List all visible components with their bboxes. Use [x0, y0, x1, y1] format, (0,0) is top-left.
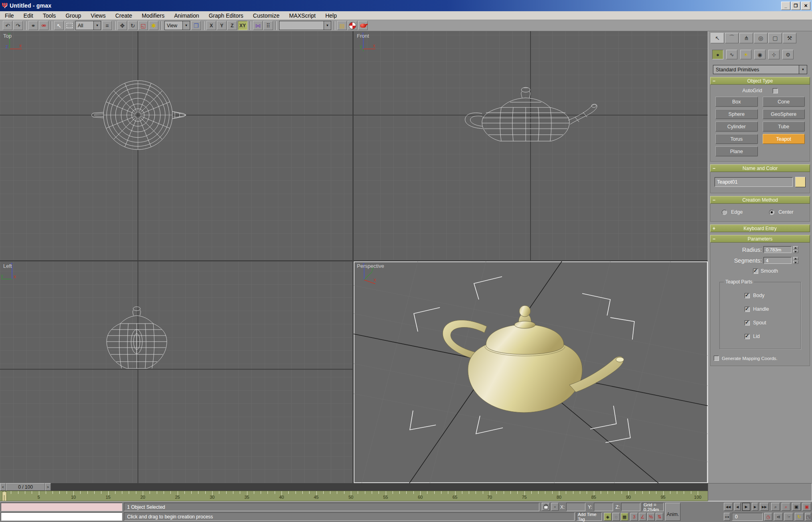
add-time-tag[interactable]: Add Time Tag — [576, 512, 602, 521]
category-systems[interactable]: ⚙ — [782, 50, 794, 59]
title-bar[interactable]: Ψ Untitled - gmax _ ❐ ✕ — [0, 0, 812, 11]
track-ruler[interactable]: 5101520253035404550556065707580859095100 — [0, 491, 708, 501]
array-button[interactable]: ⠿ — [263, 21, 273, 30]
selection-filter-dropdown[interactable]: All ▼ — [75, 21, 101, 30]
minmax-toggle-button[interactable]: ◳ — [805, 513, 811, 521]
viewport-label-perspective[interactable]: Perspective — [357, 263, 384, 269]
category-shapes[interactable]: ∿ — [726, 50, 737, 59]
tab-hierarchy[interactable]: ⋔ — [739, 33, 753, 43]
angle-snap-toggle[interactable]: ∠ — [639, 513, 646, 521]
viewport-label-top[interactable]: Top — [3, 33, 12, 39]
time-slider-right-arrow[interactable]: > — [45, 483, 51, 491]
segments-input[interactable]: 4 — [763, 257, 792, 264]
tab-motion[interactable]: ◎ — [754, 33, 767, 43]
snap-toggle-button[interactable]: ◈ — [604, 513, 612, 521]
select-and-rotate-button[interactable]: ↻ — [128, 21, 138, 30]
rollout-header-keyboard-entry[interactable]: + Keyboard Entry — [710, 225, 810, 232]
select-and-manipulate-button[interactable]: ✱ — [149, 21, 158, 30]
snap-3d-toggle[interactable]: 3 — [630, 513, 638, 521]
menu-customize[interactable]: Customize — [248, 11, 284, 20]
minimize-button[interactable]: _ — [781, 2, 790, 10]
tab-display[interactable]: ▢ — [768, 33, 782, 43]
category-lights[interactable]: ☀ — [740, 50, 751, 59]
time-position-marker[interactable] — [2, 492, 7, 501]
teapot-button[interactable]: Teapot — [763, 134, 805, 144]
goto-start-button[interactable]: ◀◀ — [724, 503, 733, 511]
zoom-extents-all-button[interactable]: ▣ — [802, 503, 811, 511]
unlink-selection-button[interactable]: ⚮ — [39, 21, 49, 30]
object-color-swatch[interactable] — [795, 177, 806, 187]
rectangular-selection-button[interactable] — [65, 21, 74, 30]
primitive-category-dropdown[interactable]: Standard Primitives ▼ — [713, 65, 807, 74]
viewport-label-left[interactable]: Left — [3, 263, 12, 269]
close-button[interactable]: ✕ — [801, 2, 810, 10]
render-button[interactable] — [358, 21, 368, 30]
plane-button[interactable]: Plane — [715, 146, 758, 156]
segments-spinner[interactable] — [793, 257, 798, 264]
generate-mapping-coords-checkbox[interactable] — [714, 356, 719, 361]
use-pivot-center-button[interactable]: ❒ — [191, 21, 201, 30]
viewport-top[interactable]: Top y x z — [0, 31, 352, 260]
tab-utilities[interactable]: ⚒ — [783, 33, 796, 43]
select-and-move-button[interactable]: ✥ — [117, 21, 127, 30]
menu-group[interactable]: Group — [61, 11, 86, 20]
track-view-button[interactable]: ▤ — [337, 21, 347, 30]
lid-checkbox[interactable] — [745, 334, 750, 339]
menu-tools[interactable]: Tools — [38, 11, 61, 20]
pan-button[interactable]: ☞ — [784, 513, 793, 521]
select-object-button[interactable]: ↖ — [54, 21, 64, 30]
menu-views[interactable]: Views — [86, 11, 110, 20]
restrict-xy-plane-button[interactable]: XY — [238, 21, 247, 30]
percent-snap-toggle[interactable]: % — [647, 513, 655, 521]
menu-graph-editors[interactable]: Graph Editors — [204, 11, 248, 20]
handle-checkbox[interactable] — [745, 307, 750, 312]
tube-button[interactable]: Tube — [763, 121, 805, 132]
zoom-tool-button[interactable]: ⌕ — [771, 503, 780, 511]
body-checkbox[interactable] — [745, 293, 750, 298]
maxscript-listener-output[interactable] — [1, 503, 122, 511]
z-coord-field[interactable] — [621, 503, 640, 511]
zoom-extents-button[interactable]: ▣ — [792, 503, 801, 511]
tab-modify[interactable]: ⌒ — [725, 33, 739, 43]
smooth-checkbox[interactable] — [753, 269, 758, 274]
geosphere-button[interactable]: GeoSphere — [763, 109, 805, 119]
redo-button[interactable]: ↷ — [13, 21, 23, 30]
absolute-offset-toggle[interactable]: ▫ — [551, 503, 559, 511]
maximize-button[interactable]: ❐ — [791, 2, 800, 10]
tab-create[interactable]: ↖ — [711, 33, 724, 43]
select-and-scale-button[interactable]: ◱ — [138, 21, 148, 30]
rollout-header-name-color[interactable]: − Name and Color — [710, 164, 810, 172]
torus-button[interactable]: Torus — [715, 134, 758, 144]
goto-end-button[interactable]: ▶▶ — [760, 503, 769, 511]
viewport-left[interactable]: Left z y x — [0, 261, 352, 483]
category-geometry[interactable]: ● — [712, 50, 723, 59]
selection-lock-toggle[interactable] — [542, 503, 550, 511]
arc-rotate-button[interactable]: ↻ — [795, 513, 804, 521]
menu-create[interactable]: Create — [110, 11, 137, 20]
cone-button[interactable]: Cone — [763, 97, 805, 107]
menu-file[interactable]: File — [0, 11, 19, 20]
center-radio[interactable] — [769, 210, 774, 215]
rollout-header-creation-method[interactable]: − Creation Method — [710, 196, 810, 204]
restrict-y-button[interactable]: Y — [217, 21, 227, 30]
spinner-snap-toggle[interactable]: ⇅ — [656, 513, 663, 521]
named-selection-dropdown[interactable]: ▼ — [279, 21, 331, 30]
select-and-link-button[interactable]: ⚭ — [28, 21, 38, 30]
field-of-view-button[interactable]: ⊲ — [774, 513, 783, 521]
menu-help[interactable]: Help — [320, 11, 342, 20]
menu-animation[interactable]: Animation — [169, 11, 204, 20]
edge-radio[interactable] — [722, 210, 727, 215]
time-slider-button[interactable]: 0 / 100 — [6, 483, 45, 491]
play-button[interactable]: ▶ — [742, 503, 750, 511]
menu-maxscript[interactable]: MAXScript — [284, 11, 320, 20]
x-coord-field[interactable] — [566, 503, 585, 511]
undo-button[interactable]: ↶ — [3, 21, 12, 30]
next-frame-button[interactable]: ▶ — [752, 503, 758, 511]
material-editor-button[interactable] — [348, 21, 357, 30]
cylinder-button[interactable]: Cylinder — [715, 121, 758, 132]
y-coord-field[interactable] — [594, 503, 613, 511]
maxscript-listener-input[interactable] — [1, 512, 122, 521]
object-name-input[interactable]: Teapot01 — [715, 177, 793, 187]
viewport-label-front[interactable]: Front — [357, 33, 369, 39]
snap-cube-button[interactable]: ▦ — [621, 513, 628, 521]
